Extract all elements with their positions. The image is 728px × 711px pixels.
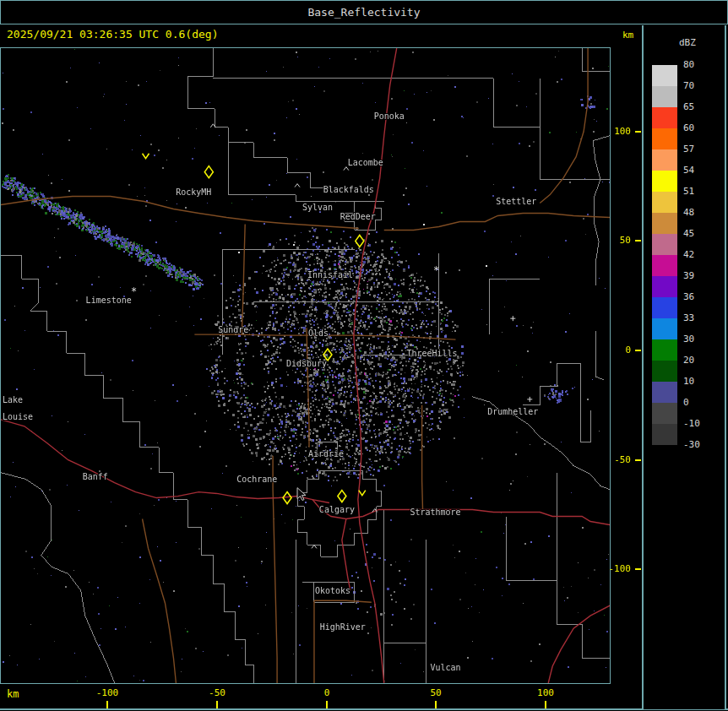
bottom-axis-tick (326, 701, 328, 708)
town-caret-icon (295, 184, 300, 187)
legend-swatch (652, 424, 677, 445)
map-label-sylvan: Sylvan (302, 204, 333, 213)
station-diamond-icon (338, 491, 346, 502)
right-axis-label: 0 (606, 345, 631, 356)
map-label-drumheller: Drumheller (487, 407, 538, 416)
town-asterisk-icon: * (131, 285, 137, 297)
map-label-rockymh: RockyMH (176, 187, 211, 197)
map-label-highriver: HighRiver (320, 622, 366, 632)
legend-tick-label: 60 (683, 122, 717, 133)
right-axis-label: -100 (606, 563, 631, 574)
county-boundary-line (582, 48, 610, 72)
primary-highway-line (548, 605, 610, 683)
right-axis-tick (635, 131, 641, 133)
station-diamond-icon (356, 235, 364, 247)
legend-tick-label: 0 (683, 397, 717, 408)
right-axis-tick (635, 459, 641, 461)
map-label-innisfail: Innisfail (307, 270, 353, 280)
map-label-blackfalds: Blackfalds (323, 185, 374, 194)
chevron-marker-icon (143, 154, 149, 159)
map-label-airdrie: Airdrie (308, 449, 344, 459)
map-label-limestone: Limestone (86, 296, 132, 305)
legend-swatch (652, 361, 677, 382)
secondary-highway-line (143, 518, 177, 682)
right-axis-label: -50 (606, 454, 631, 465)
legend-tick-label: -10 (683, 418, 717, 429)
county-boundary-line (30, 311, 253, 683)
dbz-legend-panel: dBZ 807065605754514845423936333020100-10… (642, 25, 726, 709)
county-boundary-line (493, 79, 540, 128)
map-label-banff: Banff (83, 472, 108, 481)
map-label-threehills: ThreeHills (407, 349, 458, 358)
legend-tick-label: 36 (683, 291, 717, 302)
station-diamond-icon (204, 166, 213, 178)
title-bar: Base_Reflectivity (0, 0, 728, 24)
primary-highway-line (354, 48, 397, 683)
town-asterisk-icon: * (433, 264, 439, 276)
map-label-vulcan: Vulcan (431, 663, 461, 672)
right-axis-unit-label: km (622, 30, 633, 41)
town-plus-icon (527, 397, 532, 402)
legend-tick-label: 20 (683, 355, 717, 366)
bottom-axis-label: 0 (302, 687, 352, 698)
bottom-axis-tick (545, 701, 546, 708)
legend-tick-label: 45 (683, 228, 717, 239)
legend-swatch (652, 107, 677, 128)
legend-swatch (652, 192, 677, 213)
county-boundary-line (523, 363, 590, 442)
secondary-highway-line (273, 456, 277, 683)
right-axis-label: 100 (606, 126, 631, 137)
county-boundary-line (1, 255, 39, 311)
map-label-okotoks: Okotoks (315, 586, 350, 595)
bottom-axis-label: 100 (520, 687, 571, 698)
legend-tick-label: 80 (683, 59, 717, 70)
legend-tick-label: 48 (683, 207, 717, 218)
map-label-cochrane: Cochrane (236, 475, 277, 484)
legend-swatch (652, 234, 677, 255)
right-axis-tick (635, 350, 641, 351)
legend-swatch (652, 318, 677, 339)
map-label-lake: Lake (3, 395, 23, 404)
legend-tick-label: 30 (683, 334, 717, 345)
radar-app-window: Base_Reflectivity 2025/09/21 03:26:35 UT… (0, 0, 728, 711)
legend-title: dBZ (679, 37, 696, 48)
legend-tick-label: 70 (683, 80, 717, 91)
legend-tick-label: 33 (683, 312, 717, 323)
map-overlay: **PonokaLacombeBlackfaldsSylvanRedDeerSt… (1, 48, 610, 683)
scan-datetime-elevation: 2025/09/21 03:26:35 UTC 0.6(deg) (7, 28, 218, 41)
right-axis-tick (635, 568, 641, 570)
secondary-highway-line (384, 214, 610, 231)
secondary-highway-line (422, 405, 423, 513)
town-plus-icon (510, 316, 515, 321)
legend-swatch (652, 65, 677, 86)
legend-tick-label: 39 (683, 270, 717, 281)
primary-highway-line (1, 420, 329, 503)
legend-tick-label: -30 (683, 439, 717, 450)
right-distance-axis: 100500-50-100 (611, 47, 642, 684)
legend-swatch (652, 403, 677, 424)
bottom-axis-label: 50 (410, 687, 461, 698)
county-boundary-line (595, 331, 604, 380)
town-caret-icon (344, 167, 349, 171)
bottom-axis-label: -50 (192, 687, 242, 698)
secondary-highway-line (242, 224, 245, 334)
legend-swatch (652, 213, 677, 234)
map-label-reddeer: RedDeer (340, 212, 376, 221)
legend-tick-label: 65 (683, 101, 717, 112)
legend-tick-label: 42 (683, 249, 717, 260)
legend-swatch (652, 276, 677, 297)
bottom-distance-axis: km -100-50050100 (0, 685, 728, 711)
map-label-didsbury: Didsbury (286, 359, 327, 368)
radar-map-viewport[interactable]: **PonokaLacombeBlackfaldsSylvanRedDeerSt… (0, 47, 611, 684)
map-label-calgary: Calgary (319, 505, 355, 514)
legend-swatch (652, 297, 677, 318)
mouse-cursor-icon (297, 488, 306, 501)
bottom-axis-label: -100 (82, 687, 133, 698)
bottom-axis-tick (435, 701, 437, 708)
county-boundary-line (1, 473, 115, 683)
bottom-frame-line (0, 708, 728, 710)
right-axis-label: 50 (606, 235, 631, 246)
right-axis-tick (635, 240, 641, 242)
map-label-stettler: Stettler (496, 197, 536, 206)
map-label-lacombe: Lacombe (348, 158, 383, 167)
